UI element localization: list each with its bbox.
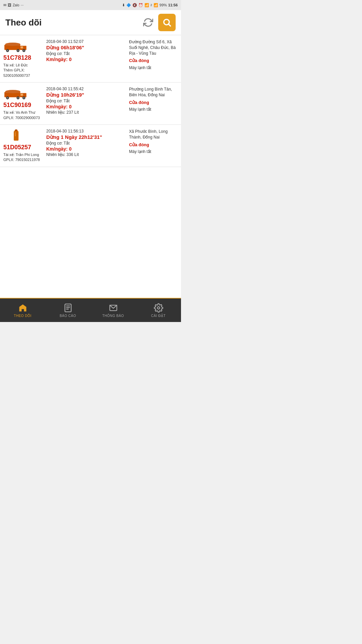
vehicle-plate-1: 51C78128 (3, 54, 31, 61)
vehicle-left-1: 51C78128 Tài xế: Lê Đức Thêm GPLX: 52001… (3, 39, 44, 78)
vehicle-middle-2: 2018-04-30 11:55:42 Dừng 10h26'19" Động … (44, 87, 129, 115)
vehicle-door-1: Cửa đóng (129, 57, 178, 64)
vehicle-status-1: Dừng 06h18'06" (46, 45, 126, 51)
vehicle-time-1: 2018-04-30 11:52:07 (46, 39, 126, 44)
vehicle-left-2: 51C90169 Tài xế: Vo Anh Thư GPLX: 700029… (3, 87, 44, 120)
vehicle-fuel-2: Nhiên liệu: 237 Lít (46, 110, 126, 115)
truck-icon-1 (3, 39, 28, 54)
svg-rect-12 (5, 44, 20, 46)
vehicle-driver-3: Tài xế: Trần Phi Long (3, 152, 39, 157)
header-actions (142, 14, 176, 31)
more-icon: ··· (20, 3, 23, 7)
vehicle-middle-3: 2018-04-30 11:56:13 Dừng 1 Ngày 22h12'31… (44, 129, 129, 157)
sim-icon: 2 (150, 3, 152, 7)
vehicle-plate-3: 51D05257 (3, 144, 31, 151)
nav-item-bao-cao[interactable]: BÁO CÁO (45, 299, 90, 322)
vehicle-right-3: Xã Phước Bình, Long Thành, Đồng Nai Cửa … (129, 129, 178, 155)
svg-rect-24 (14, 131, 18, 141)
vehicle-item[interactable]: 51C78128 Tài xế: Lê Đức Thêm GPLX: 52001… (0, 35, 181, 83)
svg-point-10 (23, 50, 24, 51)
vehicle-right-1: Đường Đường Số 6, Xã Suối Nghê, Châu Đức… (129, 39, 178, 71)
alarm-icon: ⏰ (138, 3, 143, 7)
nav-label-thong-bao: THÔNG BÁO (102, 314, 124, 318)
home-icon (18, 303, 28, 313)
search-button[interactable] (158, 14, 176, 31)
vehicle-address-2: Phường Long Bình Tân, Biên Hòa, Đồng Nai (129, 87, 178, 98)
svg-point-17 (7, 97, 8, 99)
vehicle-km-3: Km/ngày: 0 (46, 146, 126, 152)
vehicle-ac-2: Máy lạnh tắt (129, 106, 178, 112)
vehicle-middle-1: 2018-04-30 11:52:07 Dừng 06h18'06" Động … (44, 39, 129, 63)
vehicle-gplx-2: GPLX: 700029000073 (3, 115, 40, 120)
nav-item-theo-doi[interactable]: THEO DÕI (0, 299, 45, 322)
refresh-button[interactable] (142, 16, 154, 29)
vehicle-list: 51C78128 Tài xế: Lê Đức Thêm GPLX: 52001… (0, 35, 181, 298)
vehicle-ac-1: Máy lạnh tắt (129, 65, 178, 71)
nav-item-cai-dat[interactable]: CÀI ĐẶT (136, 299, 181, 322)
truck-icon-3 (3, 129, 28, 144)
bluetooth-icon: 🔷 (126, 3, 131, 7)
vehicle-time-3: 2018-04-30 11:56:13 (46, 129, 126, 133)
svg-point-19 (17, 97, 19, 99)
vehicle-engine-3: Động cơ: Tắt (46, 141, 126, 146)
nav-item-thong-bao[interactable]: THÔNG BÁO (90, 299, 136, 322)
notification-icon (108, 303, 118, 313)
zalo-icon: Zalo (13, 3, 19, 7)
time-text: 11:56 (168, 3, 178, 7)
vehicle-right-2: Phường Long Bình Tân, Biên Hòa, Đồng Nai… (129, 87, 178, 112)
vehicle-time-2: 2018-04-30 11:55:42 (46, 87, 126, 91)
vehicle-item-2[interactable]: 51C90169 Tài xế: Vo Anh Thư GPLX: 700029… (0, 83, 181, 125)
vehicle-left-3: 51D05257 Tài xế: Trần Phi Long GPLX: 790… (3, 129, 44, 163)
status-bar: ✉ 🖼 Zalo ··· ⬇ 🔷 🔇 ⏰ 📶 2 📶 99% 11:56 (0, 0, 181, 10)
svg-rect-15 (20, 94, 23, 96)
download-icon: ⬇ (122, 3, 125, 7)
vehicle-plate-2: 51C90169 (3, 102, 31, 109)
vehicle-address-1: Đường Đường Số 6, Xã Suối Nghê, Châu Đức… (129, 39, 178, 56)
wifi-icon: 📶 (144, 3, 149, 7)
svg-rect-4 (20, 46, 23, 48)
nav-label-cai-dat: CÀI ĐẶT (151, 314, 166, 318)
vehicle-status-2: Dừng 10h26'19" (46, 92, 126, 98)
svg-point-8 (17, 50, 19, 51)
image-icon: 🖼 (8, 3, 11, 7)
settings-icon (154, 303, 164, 313)
svg-rect-27 (15, 132, 16, 137)
signal-icon: 📶 (154, 3, 158, 7)
vehicle-door-2: Cửa đóng (129, 99, 178, 106)
vehicle-gplx-1: Thêm GPLX: 5200105000737 (3, 68, 44, 78)
svg-point-6 (7, 50, 8, 51)
message-icon: ✉ (3, 3, 6, 7)
status-right-icons: ⬇ 🔷 🔇 ⏰ 📶 2 📶 99% 11:56 (122, 3, 178, 7)
svg-point-33 (157, 307, 160, 309)
svg-rect-23 (5, 92, 20, 93)
vehicle-km-2: Km/ngày: 0 (46, 104, 126, 109)
truck-icon-2 (3, 87, 28, 102)
page-title: Theo dõi (5, 17, 42, 28)
report-icon (63, 303, 73, 313)
vehicle-engine-1: Động cơ: Tắt (46, 51, 126, 56)
vehicle-gplx-3: GPLX: 790150211978 (3, 157, 40, 162)
vehicle-engine-2: Động cơ: Tắt (46, 99, 126, 103)
battery-text: 99% (160, 3, 167, 7)
svg-rect-26 (15, 129, 17, 131)
nav-label-bao-cao: BÁO CÁO (60, 314, 76, 318)
svg-point-21 (23, 97, 24, 99)
vehicle-driver-1: Tài xế: Lê Đức (3, 63, 28, 68)
vehicle-driver-2: Tài xế: Vo Anh Thư (3, 110, 35, 115)
svg-line-1 (169, 24, 170, 26)
vehicle-item-3[interactable]: 51D05257 Tài xế: Trần Phi Long GPLX: 790… (0, 125, 181, 167)
vehicle-status-3: Dừng 1 Ngày 22h12'31" (46, 134, 126, 140)
header: Theo dõi (0, 10, 181, 35)
nav-label-theo-doi: THEO DÕI (14, 314, 31, 318)
vehicle-address-3: Xã Phước Bình, Long Thành, Đồng Nai (129, 129, 178, 140)
status-left-icons: ✉ 🖼 Zalo ··· (3, 3, 24, 7)
bottom-nav: THEO DÕI BÁO CÁO THÔNG BÁO (0, 298, 181, 322)
mute-icon: 🔇 (132, 3, 137, 7)
vehicle-ac-3: Máy lạnh tắt (129, 149, 178, 155)
vehicle-fuel-3: Nhiên liệu: 336 Lít (46, 152, 126, 157)
vehicle-km-1: Km/ngày: 0 (46, 57, 126, 62)
vehicle-door-3: Cửa đóng (129, 142, 178, 148)
